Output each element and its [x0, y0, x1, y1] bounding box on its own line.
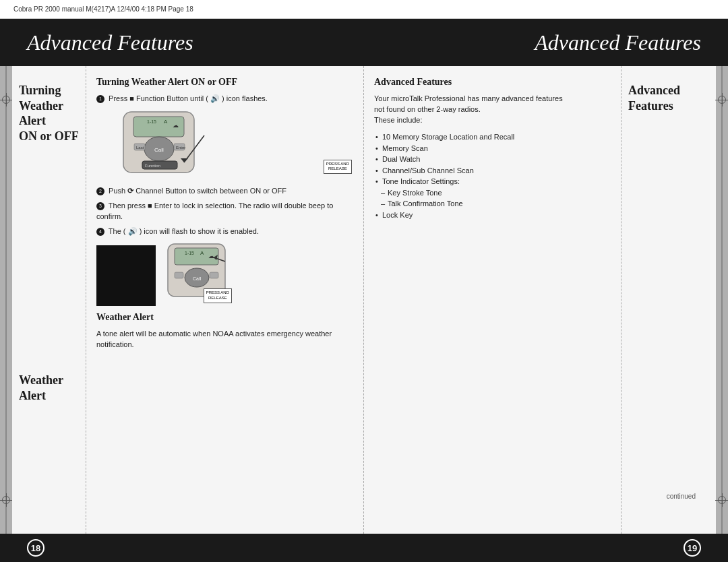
crosshair-top-right [715, 93, 728, 106]
step2-circle: 2 [96, 187, 104, 195]
page-number-right: 19 [684, 539, 701, 557]
page18-main: Turning Weather Alert ON or OFF 1 Press … [86, 66, 364, 534]
meta-bar: Cobra PR 2000 manual M(4217)A 12/4/00 4:… [0, 0, 728, 19]
step1-circle: 1 [96, 95, 104, 103]
margin-left [0, 66, 12, 534]
bullet-item-2: Memory Scan [374, 143, 611, 154]
meta-text: Cobra PR 2000 manual M(4217)A 12/4/00 4:… [13, 5, 193, 13]
page18-step3: 3 Then press ■ Enter to lock in selectio… [96, 201, 353, 222]
page18-step1: 1 Press ■ Function Button until ( 🔊 ) ic… [96, 94, 353, 104]
page-number-left: 18 [27, 539, 44, 557]
page18-sidebar-weather: Weather Alert [19, 373, 79, 403]
page18-step2: 2 Push ⟳ Channel Button to switch betwee… [96, 186, 353, 197]
page18-step4: 4 The ( 🔊 ) icon will flash to show it i… [96, 226, 353, 237]
svg-text:Function: Function [145, 164, 160, 168]
bullet-item-6: Lock Key [374, 210, 611, 221]
page18-bottom-images: 1-15 A ☁ Call PRESS ANDRELEASE [96, 243, 353, 306]
continued-text: continued [667, 493, 696, 500]
crosshair-bottom-right [715, 493, 728, 507]
svg-text:A: A [164, 119, 168, 125]
step4-circle: 4 [96, 228, 104, 236]
bullet-item-1: 10 Memory Storage Location and Recall [374, 131, 611, 143]
svg-text:☁: ☁ [173, 122, 179, 129]
pages-container: Turning Weather Alert ON or OFF Weather … [0, 66, 728, 534]
press-release-label-bottom: PRESS ANDRELEASE [204, 288, 232, 303]
bullet-item-3: Dual Watch [374, 154, 611, 165]
radio-svg-top: 1-15 A ☁ Call Last Enter [96, 108, 221, 179]
page19-sidebar-heading: Advanced Features [628, 83, 709, 113]
svg-text:Call: Call [154, 147, 164, 153]
radio-image-bottom: 1-15 A ☁ Call PRESS ANDRELEASE [161, 243, 232, 306]
page19-bullets: 10 Memory Storage Location and Recall Me… [374, 131, 611, 220]
svg-text:Call: Call [193, 276, 202, 281]
page18-sidebar-heading: Turning Weather Alert ON or OFF [19, 83, 79, 144]
svg-text:A: A [200, 250, 204, 256]
bullet-item-4: Channel/Sub Channel Scan [374, 165, 611, 177]
svg-text:Last: Last [136, 146, 144, 150]
radio-image-top: 1-15 A ☁ Call Last Enter [96, 108, 353, 179]
page19-sidebar: Advanced Features [621, 66, 716, 534]
header-title-left: Advanced Features [27, 30, 193, 55]
page-18: Turning Weather Alert ON or OFF Weather … [12, 66, 364, 534]
main-content: Advanced Features Advanced Features Turn… [0, 19, 728, 562]
margin-right [716, 66, 728, 534]
redacted-image [96, 245, 156, 306]
page-19: Advanced Features Your microTalk Profess… [364, 66, 716, 534]
sub-bullet-2: Talk Confirmation Tone [374, 198, 611, 210]
page18-weather-body: A tone alert will be automatic when NOAA… [96, 329, 353, 350]
page19-section-title: Advanced Features [374, 76, 611, 88]
bullet-item-5: Tone Indicator Settings: [374, 176, 611, 187]
header-title-right: Advanced Features [535, 30, 701, 55]
header-bar: Advanced Features Advanced Features [0, 19, 728, 66]
page18-weather-section: Weather Alert A tone alert will be autom… [96, 311, 353, 350]
svg-text:☁: ☁ [208, 253, 214, 259]
page18-section-title: Turning Weather Alert ON or OFF [96, 76, 353, 88]
crosshair-top-left [0, 93, 13, 106]
press-release-label-top: PRESS AND RELEASE [324, 160, 352, 175]
page19-intro: Your microTalk Professional has many adv… [374, 94, 611, 126]
step3-circle: 3 [96, 202, 104, 210]
svg-rect-22 [175, 272, 183, 278]
svg-text:1-15: 1-15 [147, 119, 156, 124]
svg-rect-23 [210, 272, 218, 278]
page19-features: Advanced Features Your microTalk Profess… [364, 66, 621, 534]
sub-bullet-1: Key Stroke Tone [374, 187, 611, 199]
page18-weather-heading: Weather Alert [96, 311, 353, 323]
bottom-bar: 18 19 [0, 534, 728, 562]
svg-text:1-15: 1-15 [185, 251, 194, 255]
svg-text:Enter: Enter [176, 146, 185, 150]
page18-sidebar: Turning Weather Alert ON or OFF Weather … [12, 66, 86, 534]
crosshair-bottom-left [0, 493, 13, 507]
